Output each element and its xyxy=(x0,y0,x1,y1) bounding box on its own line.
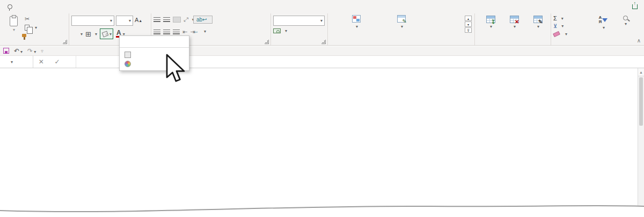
align-middle-icon[interactable] xyxy=(163,17,170,22)
vertical-scrollbar[interactable]: ▲ xyxy=(638,68,644,207)
decrease-indent-icon[interactable]: ⇤ xyxy=(182,28,187,35)
group-cells: ↧ ▾ ✕ ▾ ✎ ▾ xyxy=(475,13,551,45)
orientation-icon[interactable]: ⤢ xyxy=(184,16,188,23)
tell-me-hint[interactable] xyxy=(8,4,15,9)
scrollbar-thumb[interactable] xyxy=(639,77,643,126)
autosum-button[interactable]: Σ ▾ xyxy=(553,15,564,21)
ribbon: ▾ ✂ ▾ ▾ ▾ A▲ ▾ ⊞▾ xyxy=(0,13,644,46)
spreadsheet-grid xyxy=(0,68,638,207)
share-button[interactable] xyxy=(632,4,640,9)
gallery-more-button[interactable]: ⊽ xyxy=(465,27,472,33)
magnifier-icon xyxy=(623,16,628,20)
formula-bar: ▾ ✕ ✓ xyxy=(0,56,644,68)
palette-icon xyxy=(125,61,131,67)
funnel-icon xyxy=(602,18,608,22)
name-box[interactable]: ▾ xyxy=(0,56,33,68)
mouse-cursor xyxy=(166,54,189,85)
save-icon[interactable] xyxy=(3,48,9,54)
group-editing: Σ ▾ ⊻ ▾ ▾ АЯ ▾ ▾ xyxy=(551,13,637,45)
paste-icon xyxy=(10,16,18,26)
align-right-icon[interactable] xyxy=(173,30,180,34)
grow-font-button[interactable]: A▲ xyxy=(135,17,142,23)
fill-color-icon xyxy=(101,31,108,37)
align-top-icon[interactable] xyxy=(153,17,160,22)
format-painter-icon xyxy=(21,34,27,40)
number-format-select[interactable]: ▾ xyxy=(273,16,325,26)
insert-cells-icon: ↧ xyxy=(486,16,495,23)
insert-cells-button[interactable]: ↧ ▾ xyxy=(479,16,502,29)
clear-button[interactable]: ▾ xyxy=(553,32,567,37)
undo-button[interactable]: ↶▾ xyxy=(14,47,23,55)
share-icon xyxy=(632,4,638,9)
name-box-dropdown-icon: ▾ xyxy=(11,60,13,64)
format-cells-button[interactable]: ✎ ▾ xyxy=(526,16,549,29)
format-painter-button[interactable] xyxy=(21,34,30,40)
underline-dropdown[interactable]: ▾ xyxy=(80,32,83,37)
eraser-icon xyxy=(553,31,560,37)
delete-cells-icon: ✕ xyxy=(510,16,519,23)
format-as-table-icon xyxy=(397,15,406,23)
no-fill-icon xyxy=(125,52,131,58)
wrap-text-button[interactable]: ab↩ xyxy=(193,16,213,24)
collapse-ribbon-button[interactable]: ∧ xyxy=(637,38,641,44)
fill-down-icon: ⊻ xyxy=(553,23,557,29)
copy-icon xyxy=(25,25,30,31)
sort-filter-button[interactable]: АЯ ▾ xyxy=(591,16,616,30)
fill-color-button[interactable]: ▾ xyxy=(100,28,113,39)
scissors-icon: ✂ xyxy=(25,16,30,22)
borders-button[interactable]: ⊞ xyxy=(85,30,91,38)
cancel-entry-button[interactable]: ✕ xyxy=(39,58,44,66)
gallery-up-button[interactable]: ▴ xyxy=(465,16,472,21)
scroll-up-arrow[interactable]: ▲ xyxy=(638,68,644,76)
confirm-entry-button[interactable]: ✓ xyxy=(55,58,60,66)
format-as-table-button[interactable]: ▾ xyxy=(379,15,423,30)
merge-center-icon: ⇔ xyxy=(193,28,199,34)
format-cells-icon: ✎ xyxy=(533,16,543,23)
group-number: ▾ ▾ xyxy=(271,13,328,45)
clipboard-dialog-launcher[interactable] xyxy=(63,40,67,44)
group-styles: ▾ ▾ ▴ ▾ ⊽ xyxy=(328,13,475,45)
align-bottom-icon[interactable] xyxy=(173,17,181,23)
gallery-down-button[interactable]: ▾ xyxy=(465,21,472,27)
redo-button[interactable]: ↷▾ xyxy=(27,47,36,55)
qat-customize-button[interactable]: ▿ xyxy=(41,48,43,54)
merge-center-button[interactable]: ⇔ ▾ xyxy=(193,28,206,34)
align-center-icon[interactable] xyxy=(163,30,170,34)
fill-button[interactable]: ⊻ ▾ xyxy=(553,23,564,29)
copy-button[interactable]: ▾ xyxy=(25,25,37,31)
screenshot-torn-edge xyxy=(0,200,644,217)
paste-button[interactable]: ▾ xyxy=(3,16,24,32)
quick-access-toolbar: ↶▾ ↷▾ ▿ xyxy=(0,46,644,56)
wrap-text-icon: ab↩ xyxy=(196,17,207,23)
conditional-formatting-icon xyxy=(352,15,361,23)
accounting-format-icon[interactable] xyxy=(273,28,281,33)
borders-dropdown[interactable]: ▾ xyxy=(95,32,97,37)
group-clipboard: ▾ ✂ ▾ xyxy=(0,13,69,45)
sort-az-icon: АЯ xyxy=(599,16,602,24)
find-select-button[interactable]: ▾ xyxy=(614,16,636,26)
conditional-formatting-button[interactable]: ▾ xyxy=(335,15,377,30)
lightbulb-icon xyxy=(8,4,12,9)
number-dialog-launcher[interactable] xyxy=(321,40,326,44)
font-name-select[interactable]: ▾ xyxy=(71,16,114,26)
cut-button[interactable]: ✂ xyxy=(25,16,30,23)
align-left-icon[interactable] xyxy=(153,30,160,34)
font-size-select[interactable]: ▾ xyxy=(116,16,133,26)
ribbon-tab-bar xyxy=(0,0,644,13)
delete-cells-button[interactable]: ✕ ▾ xyxy=(503,16,525,29)
alignment-dialog-launcher[interactable] xyxy=(265,40,269,44)
autosum-icon: Σ xyxy=(553,15,557,21)
